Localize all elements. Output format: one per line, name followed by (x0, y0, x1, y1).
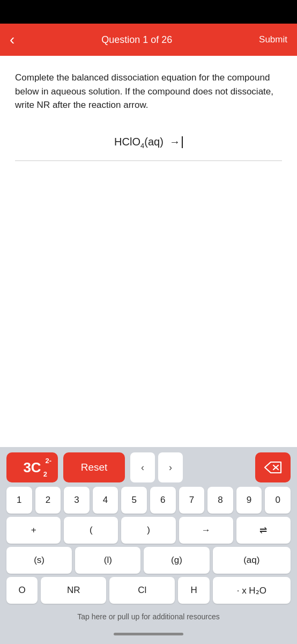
keyboard-rows: 1 2 3 4 5 6 7 8 9 0 + ( ) → ⇌ (s) (l) (g… (0, 487, 297, 607)
nav-button-group: ‹ › (130, 452, 183, 482)
key-nr[interactable]: NR (41, 577, 106, 604)
back-button[interactable]: ‹ (10, 32, 14, 47)
number-row: 1 2 3 4 5 6 7 8 9 0 (6, 487, 291, 514)
key-plus[interactable]: + (6, 517, 61, 544)
key-open-paren[interactable]: ( (64, 517, 118, 544)
key-arrow[interactable]: → (179, 517, 233, 544)
mode-button[interactable]: 2- 3C 2 (6, 452, 58, 482)
key-6[interactable]: 6 (150, 487, 176, 514)
key-0[interactable]: 0 (265, 487, 291, 514)
equation-display: HClO4(aq) → (114, 136, 183, 150)
key-8[interactable]: 8 (207, 487, 233, 514)
key-solid[interactable]: (s) (6, 547, 72, 574)
key-1[interactable]: 1 (6, 487, 32, 514)
main-content: Complete the balanced dissociation equat… (0, 56, 297, 447)
key-oxygen[interactable]: O (6, 577, 38, 604)
home-indicator (0, 628, 297, 644)
key-liquid[interactable]: (l) (75, 547, 140, 574)
operator-row: + ( ) → ⇌ (6, 517, 291, 544)
key-equilibrium[interactable]: ⇌ (236, 517, 291, 544)
page-title: Question 1 of 26 (101, 34, 172, 46)
mode-subscript: 2 (43, 470, 47, 478)
key-water[interactable]: · x H₂O (213, 577, 291, 604)
submit-button[interactable]: Submit (259, 34, 287, 45)
state-row: (s) (l) (g) (aq) (6, 547, 291, 574)
key-9[interactable]: 9 (236, 487, 262, 514)
equation-area: HClO4(aq) → (15, 127, 282, 161)
reset-button[interactable]: Reset (63, 452, 125, 482)
header: ‹ Question 1 of 26 Submit (0, 24, 297, 56)
key-3[interactable]: 3 (64, 487, 90, 514)
key-2[interactable]: 2 (35, 487, 61, 514)
keyboard-top-row: 2- 3C 2 Reset ‹ › (0, 447, 297, 487)
key-aqueous[interactable]: (aq) (213, 547, 291, 574)
key-close-paren[interactable]: ) (121, 517, 175, 544)
nav-left-button[interactable]: ‹ (130, 452, 155, 482)
backspace-icon (264, 461, 282, 474)
key-5[interactable]: 5 (121, 487, 147, 514)
equation-subscript: 4 (140, 142, 144, 150)
mode-superscript: 2- (45, 457, 51, 465)
key-hydrogen[interactable]: H (178, 577, 209, 604)
home-bar (114, 633, 183, 635)
cursor (182, 136, 183, 148)
question-text: Complete the balanced dissociation equat… (15, 71, 282, 112)
nav-right-button[interactable]: › (158, 452, 183, 482)
keyboard-area: 2- 3C 2 Reset ‹ › 1 2 3 4 5 6 (0, 447, 297, 644)
element-row: O NR Cl H · x H₂O (6, 577, 291, 604)
status-bar (0, 0, 297, 24)
key-gas[interactable]: (g) (144, 547, 209, 574)
key-7[interactable]: 7 (179, 487, 205, 514)
tap-hint[interactable]: Tap here or pull up for additional resou… (0, 607, 297, 628)
key-chlorine[interactable]: Cl (109, 577, 175, 604)
delete-button[interactable] (255, 452, 291, 482)
key-4[interactable]: 4 (93, 487, 118, 514)
mode-main-label: 3C (23, 459, 41, 476)
